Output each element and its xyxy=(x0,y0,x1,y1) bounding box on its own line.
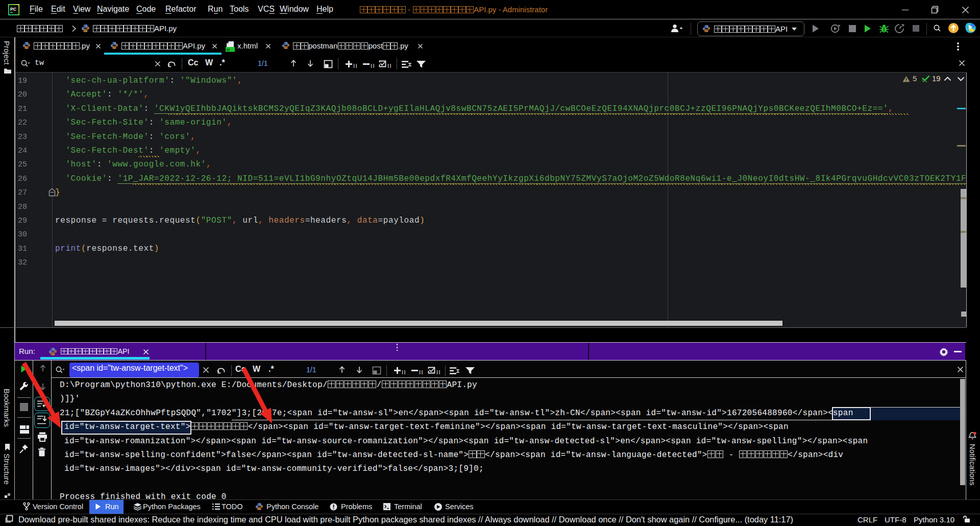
svg-text:H: H xyxy=(227,47,230,52)
svg-text:PC: PC xyxy=(10,7,16,12)
